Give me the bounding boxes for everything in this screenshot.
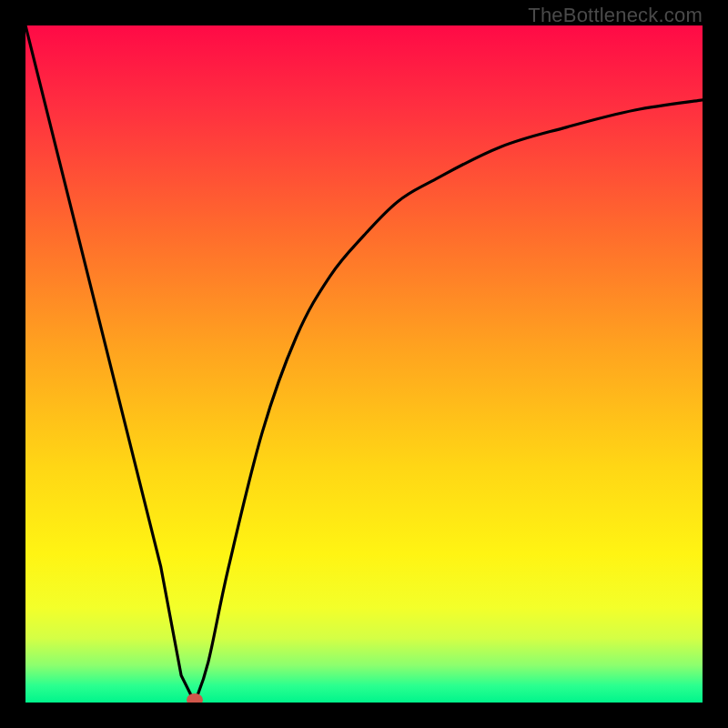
watermark-text: TheBottleneck.com: [528, 4, 703, 27]
gradient-background: [25, 25, 703, 703]
chart-frame: [25, 25, 703, 703]
chart-svg: [25, 25, 703, 703]
